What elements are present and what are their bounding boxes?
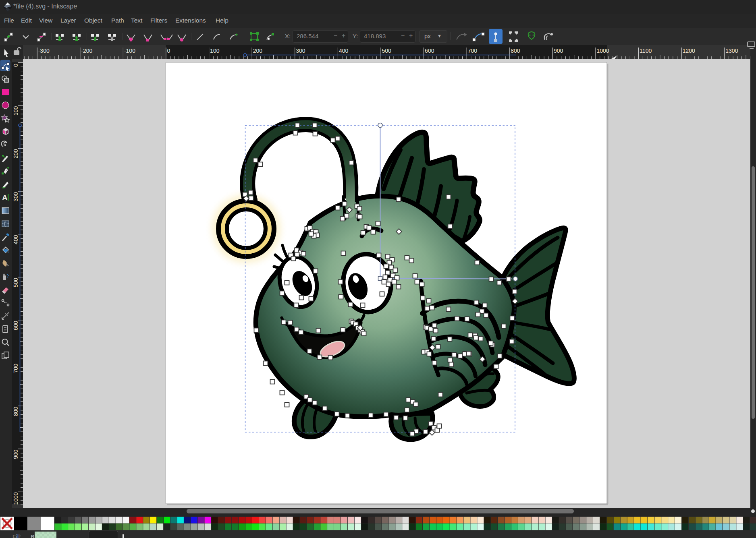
svg-text:900: 900 (12, 449, 19, 459)
svg-text:100: 100 (12, 106, 19, 116)
svg-text:1100: 1100 (640, 48, 652, 54)
svg-text:0: 0 (12, 64, 19, 67)
svg-text:400: 400 (339, 48, 349, 54)
svg-text:1000: 1000 (597, 48, 609, 54)
svg-text:700: 700 (12, 364, 19, 373)
svg-text:400: 400 (12, 235, 19, 244)
svg-text:600: 600 (12, 321, 19, 330)
svg-text:100: 100 (210, 48, 220, 54)
svg-text:-200: -200 (81, 48, 92, 54)
svg-text:-300: -300 (38, 48, 50, 54)
svg-text:300: 300 (12, 192, 19, 202)
svg-text:800: 800 (12, 407, 19, 416)
svg-text:200: 200 (253, 48, 263, 54)
svg-text:800: 800 (511, 48, 520, 54)
svg-text:300: 300 (296, 48, 305, 54)
svg-text:200: 200 (12, 149, 19, 159)
svg-text:A: A (2, 193, 8, 202)
svg-text:500: 500 (12, 278, 19, 288)
svg-text:900: 900 (554, 48, 563, 54)
svg-text:1000: 1000 (12, 492, 19, 505)
svg-text:0: 0 (167, 48, 170, 54)
svg-text:600: 600 (425, 48, 434, 54)
svg-text:-100: -100 (124, 48, 135, 54)
svg-text:1300: 1300 (725, 48, 738, 54)
svg-text:700: 700 (468, 48, 478, 54)
svg-text:1200: 1200 (683, 48, 695, 54)
svg-text:500: 500 (382, 48, 392, 54)
